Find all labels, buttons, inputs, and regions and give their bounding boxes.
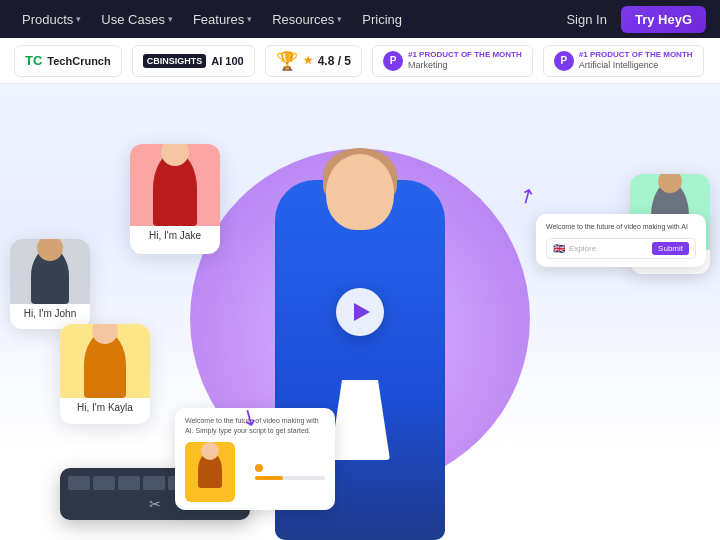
try-button[interactable]: Try HeyG — [621, 6, 706, 33]
nav-usecases-label: Use Cases — [101, 12, 165, 27]
cbinsights-badge: CBINSIGHTS AI 100 — [132, 45, 255, 77]
play-icon — [354, 303, 370, 321]
nav-features[interactable]: Features ▾ — [185, 8, 260, 31]
avatar-card-jake: Hi, I'm Jake — [130, 144, 220, 254]
trust-bar: TC TechCrunch CBINSIGHTS AI 100 🏆 ★ 4.8 … — [0, 38, 720, 84]
film-frame — [93, 476, 115, 490]
film-frame — [118, 476, 140, 490]
woman-head — [326, 154, 394, 230]
product-badge-ai: P #1 PRODUCT OF THE MONTH Artificial Int… — [543, 45, 704, 77]
ai100-label: AI 100 — [211, 55, 243, 67]
nav-pricing[interactable]: Pricing — [354, 8, 410, 31]
nav-features-label: Features — [193, 12, 244, 27]
mockup-avatar-thumbnail — [185, 442, 235, 502]
jake-label: Hi, I'm Jake — [130, 226, 220, 247]
chevron-down-icon: ▾ — [76, 14, 81, 24]
chevron-down-icon: ▾ — [168, 14, 173, 24]
kayla-label: Hi, I'm Kayla — [60, 398, 150, 419]
chevron-down-icon: ▾ — [337, 14, 342, 24]
play-button[interactable] — [336, 288, 384, 336]
nav-resources-label: Resources — [272, 12, 334, 27]
product-icon-ai: P — [554, 51, 574, 71]
techcrunch-badge: TC TechCrunch — [14, 45, 122, 77]
progress-dot — [255, 464, 263, 472]
john-image — [10, 239, 90, 304]
chevron-down-icon: ▾ — [247, 14, 252, 24]
navbar: Products ▾ Use Cases ▾ Features ▾ Resour… — [0, 0, 720, 38]
techcrunch-logo: TC — [25, 53, 42, 68]
film-frame — [68, 476, 90, 490]
nav-products-label: Products — [22, 12, 73, 27]
signin-button[interactable]: Sign In — [556, 8, 616, 31]
flag-icon: 🇬🇧 — [553, 243, 565, 254]
right-mockup-text: Welcome to the future of video making wi… — [546, 222, 696, 232]
product-icon: P — [383, 51, 403, 71]
film-frame — [143, 476, 165, 490]
right-ui-mockup: Welcome to the future of video making wi… — [536, 214, 706, 267]
rating-badge: 🏆 ★ 4.8 / 5 — [265, 45, 362, 77]
jake-image — [130, 144, 220, 226]
explore-input[interactable]: Explore — [569, 244, 648, 253]
cbinsights-logo: CBINSIGHTS — [143, 54, 207, 68]
mockup-card-bottom — [185, 442, 325, 502]
submit-button[interactable]: Submit — [652, 242, 689, 255]
progress-fill — [255, 476, 283, 480]
mockup-progress — [255, 464, 325, 480]
john-label: Hi, I'm John — [10, 304, 90, 325]
right-mockup-input: 🇬🇧 Explore Submit — [546, 238, 696, 259]
star-icon: ★ — [303, 54, 313, 67]
nav-products[interactable]: Products ▾ — [14, 8, 89, 31]
progress-track — [255, 476, 325, 480]
avatar-card-john: Hi, I'm John — [10, 239, 90, 329]
rating-value: 4.8 / 5 — [318, 54, 351, 68]
techcrunch-label: TechCrunch — [47, 55, 110, 67]
hero-section: Hi, I'm Jake Hi, I'm John Hi, I'm Kayla — [0, 84, 720, 540]
nav-pricing-label: Pricing — [362, 12, 402, 27]
arrow-decoration-1: ↗ — [513, 181, 540, 210]
product-badge-marketing: P #1 PRODUCT OF THE MONTH Marketing — [372, 45, 533, 77]
nav-usecases[interactable]: Use Cases ▾ — [93, 8, 181, 31]
nav-resources[interactable]: Resources ▾ — [264, 8, 350, 31]
badge-text-marketing: #1 PRODUCT OF THE MONTH Marketing — [408, 50, 522, 70]
badge-text-ai: #1 PRODUCT OF THE MONTH Artificial Intel… — [579, 50, 693, 70]
avatar-card-kayla: Hi, I'm Kayla — [60, 324, 150, 424]
kayla-image — [60, 324, 150, 398]
